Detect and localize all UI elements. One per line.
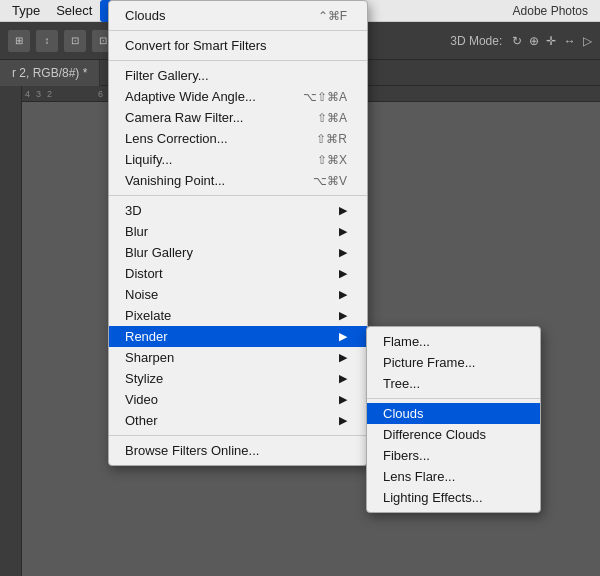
render-flame[interactable]: Flame...	[367, 331, 540, 352]
toolbar-icon-2[interactable]: ↕	[36, 30, 58, 52]
filter-clouds-top[interactable]: Clouds ⌃⌘F	[109, 5, 367, 26]
filter-render-wrapper: Render ▶ Flame... Picture Frame... Tree.…	[109, 326, 367, 347]
mode-label: 3D Mode: ↻ ⊕ ✛ ↔ ▷	[450, 34, 592, 48]
filter-stylize[interactable]: Stylize ▶	[109, 368, 367, 389]
render-separator	[367, 398, 540, 399]
arrow-icon: ▶	[339, 414, 347, 427]
arrow-icon: ▶	[339, 351, 347, 364]
filter-video[interactable]: Video ▶	[109, 389, 367, 410]
document-tab[interactable]: r 2, RGB/8#) *	[0, 60, 100, 86]
separator-1	[109, 30, 367, 31]
ruler-vertical	[0, 86, 22, 576]
render-difference-clouds[interactable]: Difference Clouds	[367, 424, 540, 445]
filter-dropdown: Clouds ⌃⌘F Convert for Smart Filters Fil…	[108, 0, 368, 466]
filter-lens-correction[interactable]: Lens Correction... ⇧⌘R	[109, 128, 367, 149]
render-clouds[interactable]: Clouds	[367, 403, 540, 424]
filter-other[interactable]: Other ▶	[109, 410, 367, 431]
separator-3	[109, 195, 367, 196]
arrow-icon: ▶	[339, 393, 347, 406]
render-tree[interactable]: Tree...	[367, 373, 540, 394]
filter-sharpen[interactable]: Sharpen ▶	[109, 347, 367, 368]
filter-browse-online[interactable]: Browse Filters Online...	[109, 440, 367, 461]
filter-camera-raw[interactable]: Camera Raw Filter... ⇧⌘A	[109, 107, 367, 128]
arrow-icon: ▶	[339, 288, 347, 301]
arrow-icon: ▶	[339, 330, 347, 343]
separator-4	[109, 435, 367, 436]
toolbar-icon-1[interactable]: ⊞	[8, 30, 30, 52]
filter-menu: Clouds ⌃⌘F Convert for Smart Filters Fil…	[108, 0, 368, 466]
mode-icon-rotate[interactable]: ↻	[512, 34, 522, 48]
filter-vanishing-point[interactable]: Vanishing Point... ⌥⌘V	[109, 170, 367, 191]
mode-icon-pan[interactable]: ✛	[546, 34, 556, 48]
filter-liquify[interactable]: Liquify... ⇧⌘X	[109, 149, 367, 170]
filter-adaptive-wide[interactable]: Adaptive Wide Angle... ⌥⇧⌘A	[109, 86, 367, 107]
menu-type[interactable]: Type	[4, 0, 48, 22]
filter-convert-smart[interactable]: Convert for Smart Filters	[109, 35, 367, 56]
arrow-icon: ▶	[339, 246, 347, 259]
render-picture-frame[interactable]: Picture Frame...	[367, 352, 540, 373]
arrow-icon: ▶	[339, 309, 347, 322]
filter-3d[interactable]: 3D ▶	[109, 200, 367, 221]
filter-blur-gallery[interactable]: Blur Gallery ▶	[109, 242, 367, 263]
arrow-icon: ▶	[339, 225, 347, 238]
toolbar-icon-3[interactable]: ⊡	[64, 30, 86, 52]
arrow-icon: ▶	[339, 204, 347, 217]
arrow-icon: ▶	[339, 372, 347, 385]
filter-pixelate[interactable]: Pixelate ▶	[109, 305, 367, 326]
render-lighting-effects[interactable]: Lighting Effects...	[367, 487, 540, 508]
menu-select[interactable]: Select	[48, 0, 100, 22]
render-lens-flare[interactable]: Lens Flare...	[367, 466, 540, 487]
separator-2	[109, 60, 367, 61]
app-title: Adobe Photos	[513, 4, 596, 18]
render-submenu: Flame... Picture Frame... Tree... Clouds…	[366, 326, 541, 513]
filter-noise[interactable]: Noise ▶	[109, 284, 367, 305]
mode-icon-scale[interactable]: ▷	[583, 34, 592, 48]
mode-icon-orbit[interactable]: ⊕	[529, 34, 539, 48]
arrow-icon: ▶	[339, 267, 347, 280]
filter-render[interactable]: Render ▶	[109, 326, 367, 347]
render-fibers[interactable]: Fibers...	[367, 445, 540, 466]
mode-icon-slide[interactable]: ↔	[564, 34, 576, 48]
filter-distort[interactable]: Distort ▶	[109, 263, 367, 284]
filter-gallery[interactable]: Filter Gallery...	[109, 65, 367, 86]
filter-blur[interactable]: Blur ▶	[109, 221, 367, 242]
